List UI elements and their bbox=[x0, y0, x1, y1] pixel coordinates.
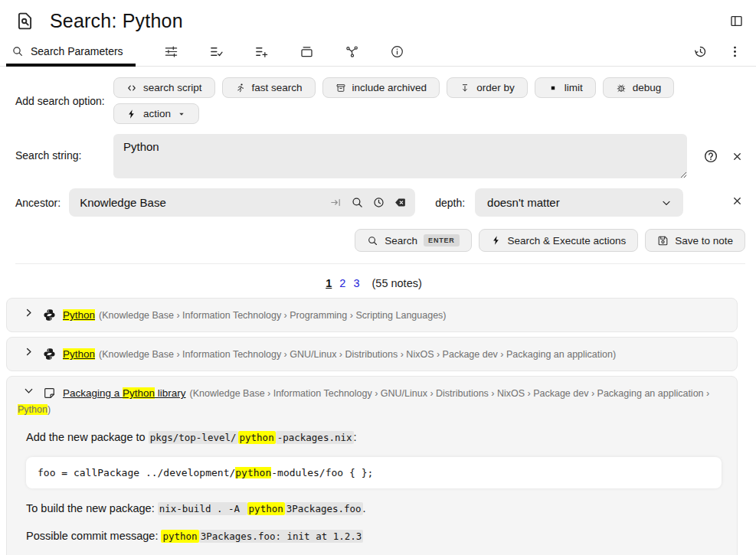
tab-inherited-attributes[interactable] bbox=[254, 44, 269, 59]
close-icon bbox=[731, 151, 743, 162]
search-execute-button[interactable]: Search & Execute actions bbox=[479, 229, 639, 252]
result-list: Python(Knowledge Base › Information Tech… bbox=[6, 298, 738, 555]
split-pane-button[interactable] bbox=[729, 14, 744, 28]
search-actions-row: Search ENTER Search & Execute actions Sa… bbox=[15, 229, 745, 252]
ribbon-tools bbox=[164, 44, 404, 59]
fast-search-button[interactable]: fast search bbox=[222, 77, 316, 98]
tab-note-info[interactable] bbox=[390, 44, 404, 59]
option-label: limit bbox=[565, 82, 583, 93]
order-by-icon bbox=[460, 83, 470, 93]
recent-notes-icon bbox=[372, 196, 385, 209]
remove-search-string-button[interactable] bbox=[731, 151, 743, 162]
depth-label: depth: bbox=[435, 197, 465, 209]
python-note-icon bbox=[43, 309, 56, 322]
option-label: fast search bbox=[252, 82, 303, 93]
limit-button[interactable]: limit bbox=[535, 77, 596, 98]
caret-down-icon bbox=[177, 109, 186, 119]
search-results: 123 (55 notes) Python(Knowledge Base › I… bbox=[0, 264, 756, 555]
enter-kbd-badge: ENTER bbox=[424, 234, 460, 246]
tab-owned-attributes[interactable] bbox=[209, 44, 224, 59]
info-icon bbox=[390, 44, 404, 59]
page-title: Search: Python bbox=[50, 10, 183, 32]
tab-search-parameters[interactable]: Search Parameters bbox=[6, 37, 136, 66]
ancestor-label: Ancestor: bbox=[15, 197, 61, 209]
note-content-preview: Add the new package to pkgs/top-level/py… bbox=[18, 429, 726, 555]
note-note-icon bbox=[43, 387, 56, 400]
tab-note-paths[interactable] bbox=[299, 44, 314, 59]
debug-button[interactable]: debug bbox=[603, 77, 675, 98]
depth-select[interactable]: doesn't matter bbox=[475, 188, 683, 217]
note-revisions-button[interactable] bbox=[693, 44, 708, 59]
chevron-down-icon bbox=[660, 197, 673, 209]
tune-icon bbox=[164, 44, 178, 59]
bug-icon bbox=[616, 83, 627, 93]
code-block: foo = callPackage ../development/python-… bbox=[26, 457, 722, 488]
ancestor-row: Ancestor: Knowledge Base depth: doesn't … bbox=[15, 188, 745, 217]
pagination: 123 (55 notes) bbox=[6, 277, 738, 289]
history-icon bbox=[693, 44, 708, 59]
save-to-note-button[interactable]: Save to note bbox=[645, 229, 745, 252]
search-string-help-button[interactable] bbox=[703, 149, 718, 164]
tab-note-map[interactable] bbox=[345, 44, 359, 59]
option-buttons-row-1: search scriptfast searchinclude archived… bbox=[113, 77, 674, 98]
python-note-icon bbox=[43, 348, 56, 361]
search-result-item: Packaging a Python library(Knowledge Bas… bbox=[6, 376, 738, 555]
expand-toggle-button[interactable] bbox=[23, 385, 34, 397]
kebab-menu-icon bbox=[728, 44, 742, 59]
tab-basic-properties[interactable] bbox=[164, 44, 178, 59]
note-header: Search: Python bbox=[0, 0, 756, 37]
code-icon bbox=[126, 83, 137, 93]
expand-toggle-button[interactable] bbox=[23, 346, 34, 357]
tab-label: Search Parameters bbox=[31, 45, 123, 57]
ancestor-value: Knowledge Base bbox=[80, 196, 322, 209]
result-note-link[interactable]: Python bbox=[63, 309, 95, 321]
go-to-note-button[interactable] bbox=[329, 196, 342, 209]
search-button[interactable]: Search ENTER bbox=[355, 229, 471, 252]
search-icon bbox=[11, 45, 24, 57]
order-by-button[interactable]: order by bbox=[447, 77, 528, 98]
action-button[interactable]: action bbox=[113, 103, 199, 124]
lightning-bolt-icon bbox=[491, 235, 502, 246]
remove-ancestor-button[interactable] bbox=[731, 195, 743, 207]
limit-icon bbox=[548, 83, 558, 93]
app-window: Search: Python Search Parameters Add sea… bbox=[0, 0, 756, 555]
search-icon bbox=[367, 235, 378, 246]
search-note-icon bbox=[15, 11, 34, 31]
search-result-item: Python(Knowledge Base › Information Tech… bbox=[6, 337, 738, 371]
recent-notes-button[interactable] bbox=[372, 196, 385, 209]
archive-icon bbox=[335, 83, 346, 93]
chevron-down-icon bbox=[23, 385, 34, 397]
page-link[interactable]: 3 bbox=[353, 277, 359, 289]
content-paragraph: Add the new package to pkgs/top-level/py… bbox=[26, 429, 723, 446]
search-result-item: Python(Knowledge Base › Information Tech… bbox=[6, 298, 738, 332]
content-paragraph: To build the new package: nix-build . -A… bbox=[26, 501, 723, 517]
search-string-label: Search string: bbox=[15, 134, 113, 162]
search-definition-form: Add search option: search scriptfast sea… bbox=[0, 67, 756, 264]
add-option-label: Add search option: bbox=[15, 95, 113, 107]
collection-icon bbox=[299, 44, 314, 59]
expand-toggle-button[interactable] bbox=[23, 307, 34, 318]
option-label: include archived bbox=[352, 82, 427, 93]
list-check-icon bbox=[209, 44, 224, 59]
split-pane-icon bbox=[729, 14, 744, 28]
ancestor-input[interactable]: Knowledge Base bbox=[69, 188, 415, 217]
note-actions-menu-button[interactable] bbox=[728, 44, 742, 59]
search-string-input[interactable]: Python bbox=[113, 134, 687, 178]
search-string-row: Search string: Python bbox=[15, 134, 745, 178]
page-link[interactable]: 2 bbox=[339, 277, 345, 289]
result-note-link[interactable]: Packaging a Python library bbox=[63, 387, 186, 399]
bolt-icon bbox=[126, 109, 137, 119]
close-icon bbox=[731, 195, 743, 207]
result-note-link[interactable]: Python bbox=[63, 348, 95, 360]
content-paragraph: Possible commit message: python3Packages… bbox=[26, 528, 723, 545]
include-archived-button[interactable]: include archived bbox=[322, 77, 440, 98]
search-button[interactable] bbox=[351, 196, 364, 209]
result-count: (55 notes) bbox=[371, 277, 421, 289]
search-script-button[interactable]: search script bbox=[113, 77, 215, 98]
list-plus-icon bbox=[254, 44, 269, 59]
run-icon bbox=[235, 83, 246, 93]
help-icon bbox=[703, 149, 718, 164]
chevron-right-icon bbox=[23, 346, 34, 357]
clear-button[interactable] bbox=[394, 196, 407, 209]
option-buttons-row-2: action bbox=[113, 103, 674, 124]
